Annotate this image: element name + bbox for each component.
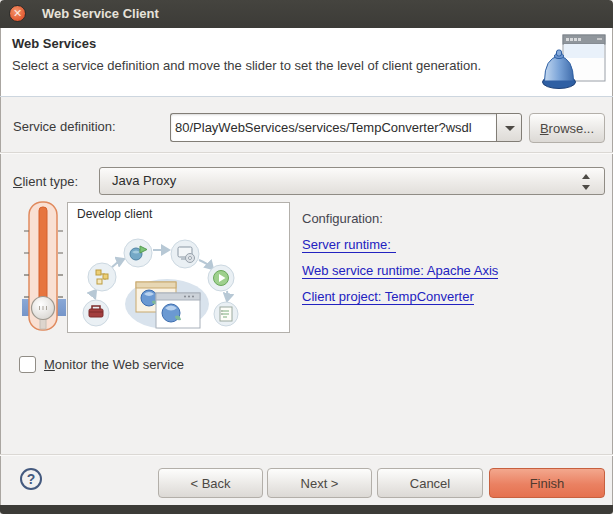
cancel-button[interactable]: Cancel xyxy=(377,468,483,498)
spinner-arrows-icon xyxy=(582,174,591,190)
page-title: Web Services xyxy=(12,36,96,51)
separator xyxy=(0,454,613,456)
generation-level-slider[interactable] xyxy=(22,201,66,335)
help-button[interactable]: ? xyxy=(20,468,42,490)
service-definition-dropdown-button[interactable] xyxy=(496,113,522,142)
run-icon xyxy=(214,271,229,286)
monitor-checkbox[interactable] xyxy=(19,356,36,373)
window-bottom-edge xyxy=(0,505,613,514)
window-title: Web Service Client xyxy=(42,6,159,21)
next-button[interactable]: Next > xyxy=(267,468,372,498)
client-type-combo[interactable]: Java Proxy xyxy=(99,167,605,195)
test-icon xyxy=(220,307,232,321)
monitor-checkbox-label[interactable]: Monitor the Web service xyxy=(44,357,184,372)
client-generation-diagram xyxy=(68,203,289,332)
web-services-banner-icon xyxy=(541,32,607,92)
finish-button[interactable]: Finish xyxy=(489,468,605,498)
wizard-header: Web Services Select a service definition… xyxy=(0,28,613,97)
configuration-heading: Configuration: xyxy=(302,211,383,226)
client-project-link[interactable]: Client project: TempConverter xyxy=(302,289,474,305)
service-definition-label: Service definition: xyxy=(13,119,116,134)
question-mark-icon: ? xyxy=(27,471,36,487)
client-type-label: Client type: xyxy=(13,174,78,189)
close-button[interactable]: ✕ xyxy=(9,5,26,22)
web-service-client-dialog: ✕ Web Service Client Web Services Select… xyxy=(0,0,613,514)
separator xyxy=(0,152,613,154)
service-definition-input[interactable]: 80/PlayWebServices/services/TempConverte… xyxy=(170,113,497,142)
chevron-down-icon xyxy=(505,126,515,131)
browse-button[interactable]: Browse... xyxy=(529,113,605,143)
back-button[interactable]: < Back xyxy=(158,468,263,498)
develop-client-panel: Develop client xyxy=(67,202,290,333)
assemble-step-circle xyxy=(88,263,116,291)
web-service-runtime-link[interactable]: Web service runtime: Apache Axis xyxy=(302,263,498,279)
titlebar[interactable]: ✕ Web Service Client xyxy=(0,0,613,28)
page-description: Select a service definition and move the… xyxy=(12,57,502,75)
server-runtime-link[interactable]: Server runtime: xyxy=(302,237,396,253)
close-icon: ✕ xyxy=(10,6,25,21)
